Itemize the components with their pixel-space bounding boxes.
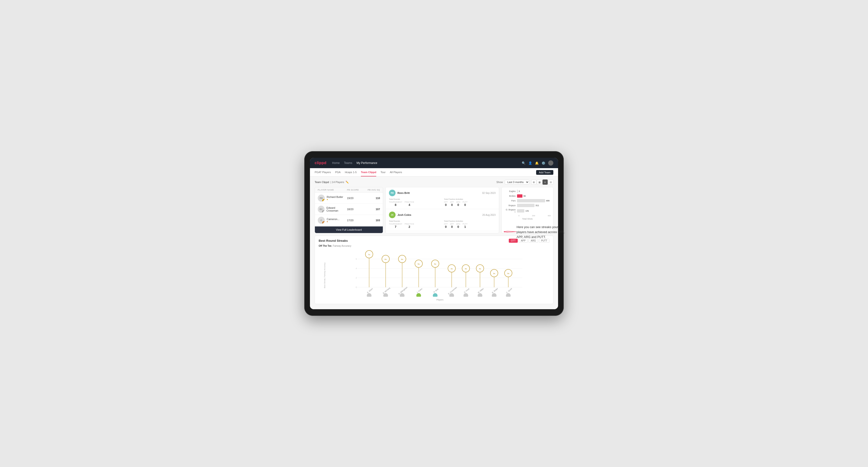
tab-team-clippd[interactable]: Team Clippd <box>361 168 376 177</box>
rank-badge-2: 2 <box>322 210 324 213</box>
rees-total-rounds: Total Rounds Tournament 8 Practice <box>389 198 441 207</box>
bar-eagles: Eagles 3 <box>504 190 551 193</box>
nav-teams[interactable]: Teams <box>344 161 352 165</box>
main-content: Team Clippd | 14 Players ✏️ Show Last 3 … <box>310 177 558 309</box>
player-info-3: C 3 Cameron... ♥ <box>318 217 347 224</box>
player-card-josh-date: 26 Aug 2023 <box>483 214 496 216</box>
player-heart-1: ♥ <box>327 198 343 201</box>
tab-tour[interactable]: Tour <box>380 168 385 177</box>
barchart-x-axis: 0 200 400 <box>504 215 551 217</box>
svg-point-42 <box>464 293 468 297</box>
player-avatar-1: RB 1 <box>318 195 325 201</box>
rees-ott-stat: OTT 0 <box>444 201 448 207</box>
bar-pars: Pars 499 <box>504 199 551 203</box>
bar-birdies-bar <box>517 194 522 198</box>
bar-birdies-label: Birdies <box>504 195 517 197</box>
view-grid2-btn[interactable]: ▦ <box>537 180 542 185</box>
nav-my-performance[interactable]: My Performance <box>356 161 377 165</box>
show-label: Show <box>496 181 503 184</box>
add-team-button[interactable]: Add Team <box>536 170 553 175</box>
rees-rounds-label: Total Rounds <box>389 198 441 200</box>
rees-tournament-stat: Tournament 8 <box>389 201 402 207</box>
x-label-0: 0 <box>519 215 519 217</box>
col-player-name: PLAYER NAME <box>318 189 347 191</box>
rees-putt-stat: PUTT 0 <box>463 201 467 207</box>
avatar[interactable] <box>548 160 553 165</box>
player-card-josh: JC Josh Coles 26 Aug 2023 Total Rounds <box>385 209 499 231</box>
team-title: Team Clippd | 14 Players ✏️ <box>315 181 349 184</box>
edit-icon[interactable]: ✏️ <box>346 181 349 184</box>
lollipop-chart-svg: 0 2 4 6 7x E. Ebert <box>331 250 549 297</box>
player-avatar-2: EC 2 <box>318 206 324 213</box>
bar-eagles-bar <box>517 190 518 193</box>
chart-container: Best Streak, Fairway Accuracy 0 <box>319 250 549 301</box>
tab-all-players[interactable]: All Players <box>390 168 402 177</box>
rees-practice-val: 4 <box>404 203 414 207</box>
tab-pgat-players[interactable]: PGAT Players <box>315 168 331 177</box>
view-list-btn[interactable]: ≡ <box>542 180 548 185</box>
player-name-1: Richard Butler <box>327 195 343 198</box>
josh-tournament-stat: Tournament 7 <box>389 223 402 228</box>
bar-eagles-label: Eagles <box>504 190 517 192</box>
pb-avg-3: 103 <box>366 219 380 222</box>
player-cards-panel: RB Rees Britt 02 Sep 2023 Total Rounds <box>385 187 499 233</box>
bar-d-bogeys-label: D. Bogeys + <box>504 209 517 213</box>
chart-main: 0 2 4 6 7x E. Ebert <box>331 250 549 301</box>
bell-icon[interactable]: 🔔 <box>535 161 539 165</box>
player-count: | 14 Players <box>331 181 344 184</box>
player-row-2[interactable]: EC 2 Edward Crossman 18/20 107 <box>315 204 383 215</box>
svg-text:6x: 6x <box>401 258 403 260</box>
bar-d-bogeys-bar <box>517 209 524 213</box>
player-card-rees-date: 02 Sep 2023 <box>482 192 496 194</box>
bar-d-bogeys-val: 131 <box>525 210 529 212</box>
search-icon[interactable]: 🔍 <box>522 161 526 165</box>
pb-avg-1: 110 <box>366 197 380 199</box>
svg-text:4x: 4x <box>465 268 467 270</box>
tab-pga[interactable]: PGA <box>335 168 341 177</box>
nav-links: Home Teams My Performance <box>332 161 516 165</box>
player-card-rees-name-row: RB Rees Britt <box>389 190 410 196</box>
bar-birdies: Birdies 96 <box>504 194 551 198</box>
pb-score-1: 19/20 <box>347 197 366 199</box>
svg-text:D. Ford: D. Ford <box>464 288 470 293</box>
svg-text:B. McHarg: B. McHarg <box>382 287 391 294</box>
bar-bogeys-val: 311 <box>535 204 539 207</box>
navbar-icons: 🔍 👤 🔔 ⚙️ <box>522 160 553 165</box>
x-label-200: 200 <box>532 215 535 217</box>
barchart-footer: Total Shots <box>504 218 551 220</box>
player-card-josh-avatar: JC <box>389 212 396 218</box>
bar-birdies-val: 96 <box>523 195 526 197</box>
view-filter-btn[interactable]: ⊟ <box>548 180 553 185</box>
period-select[interactable]: Last 3 months <box>505 180 529 184</box>
profile-icon[interactable]: 👤 <box>528 161 532 165</box>
josh-activities-nums: OTT 0 APP 0 ARG <box>444 223 496 228</box>
bar-d-bogeys: D. Bogeys + 131 <box>504 209 551 213</box>
bar-bogeys: Bogeys 311 <box>504 204 551 207</box>
bar-pars-wrap: 499 <box>517 199 551 203</box>
player-card-rees-header: RB Rees Britt 02 Sep 2023 <box>389 190 496 196</box>
streaks-header: Best Round Streaks OTT APP ARG PUTT <box>319 239 549 243</box>
annotation-arrow-svg <box>503 227 518 237</box>
svg-text:2: 2 <box>356 277 357 279</box>
svg-text:3x: 3x <box>493 272 495 275</box>
view-grid4-btn[interactable]: ⊞ <box>531 180 536 185</box>
settings-icon[interactable]: ⚙️ <box>541 161 545 165</box>
svg-point-57 <box>506 293 511 297</box>
view-leaderboard-button[interactable]: View Full Leaderboard <box>315 226 383 233</box>
josh-putt-stat: PUTT 1 <box>463 223 467 228</box>
col-pb-score: PB SCORE <box>347 189 366 191</box>
annotation-container: Here you can see streaks your players ha… <box>517 225 568 239</box>
nav-home[interactable]: Home <box>332 161 340 165</box>
streaks-section: Best Round Streaks OTT APP ARG PUTT Off … <box>315 236 553 304</box>
leaderboard-panel: PLAYER NAME PB SCORE PB AVG SQ RB 1 <box>315 187 383 233</box>
player-row-3[interactable]: C 3 Cameron... ♥ 17/20 103 <box>315 215 383 226</box>
tab-hcaps[interactable]: Hcaps 1-5 <box>345 168 356 177</box>
svg-text:5x: 5x <box>434 263 436 265</box>
bar-pars-bar <box>517 199 545 203</box>
player-avatar-3: C 3 <box>318 217 325 224</box>
bar-d-bogeys-wrap: 131 <box>517 209 551 213</box>
player-row-1[interactable]: RB 1 Richard Butler ♥ 19/20 110 <box>315 193 383 204</box>
player-name-3: Cameron... <box>327 218 339 220</box>
streaks-subtitle: Off The Tee, Fairway Accuracy <box>319 245 549 247</box>
pb-score-3: 17/20 <box>347 219 366 222</box>
